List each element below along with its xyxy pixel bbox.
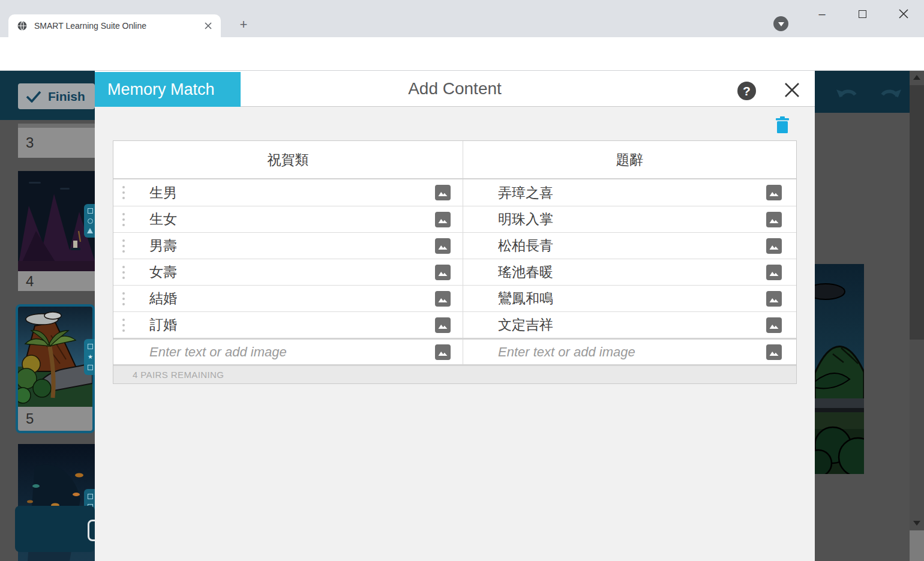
window-close-button[interactable] [895, 5, 913, 23]
scrollbar-thumb[interactable] [910, 85, 924, 340]
slide-thumbnail-4[interactable]: 4 [18, 171, 95, 291]
add-image-button[interactable] [766, 317, 782, 333]
scroll-up-icon[interactable] [910, 72, 924, 83]
dialog-header: Memory Match Add Content ? [95, 71, 815, 107]
square-icon [88, 344, 93, 349]
add-image-button[interactable] [766, 265, 782, 280]
memory-match-tab[interactable]: Memory Match [95, 72, 241, 107]
slide-5-image [18, 307, 92, 407]
add-image-button[interactable] [435, 185, 451, 200]
table-rows: 生男 弄璋之喜 生女 明珠入掌 [113, 179, 796, 338]
pair-right-text[interactable]: 鸞鳳和鳴 [498, 289, 766, 308]
pairs-remaining-status: 4 PAIRS REMAINING [113, 364, 796, 383]
slide-number: 4 [18, 271, 95, 291]
pair-right-text[interactable]: 明珠入掌 [498, 210, 766, 229]
pair-right-cell: 松柏長青 [463, 233, 796, 259]
tab-close-icon[interactable] [203, 20, 214, 31]
add-image-button[interactable] [435, 238, 451, 254]
add-image-button[interactable] [435, 317, 451, 333]
image-icon [435, 238, 451, 254]
pair-right-text[interactable]: 文定吉祥 [498, 316, 766, 334]
image-icon [766, 238, 782, 254]
table-row: 男壽 松柏長青 [113, 232, 796, 259]
pair-left-cell: 生女 [113, 206, 463, 232]
pair-right-cell: 明珠入掌 [463, 206, 796, 232]
add-image-button[interactable] [766, 212, 782, 227]
drag-handle-icon[interactable] [122, 239, 125, 253]
star-icon: ★ [88, 354, 93, 360]
page-scrollbar[interactable] [910, 71, 924, 561]
window-minimize-button[interactable]: – [813, 5, 831, 23]
add-image-button[interactable] [435, 212, 451, 227]
slide-thumbnail-5-selected[interactable]: 5 [16, 304, 95, 433]
window-maximize-button[interactable] [853, 5, 871, 23]
column-header-left[interactable]: 祝賀類 [113, 141, 463, 178]
trash-icon [776, 116, 789, 133]
pair-right-text[interactable]: 瑤池春暖 [498, 263, 766, 281]
slide-number: 3 [18, 128, 95, 158]
dialog-body: 祝賀類 題辭 生男 弄璋之喜 生女 [95, 107, 815, 560]
pair-left-cell: 生男 [113, 179, 463, 206]
square-icon [88, 365, 93, 370]
add-image-button[interactable] [766, 238, 782, 254]
new-pair-left-cell[interactable]: Enter text or add image [113, 340, 463, 364]
right-placeholder[interactable]: Enter text or add image [498, 344, 766, 360]
delete-trash-button[interactable] [776, 116, 789, 133]
image-icon [435, 291, 451, 307]
drag-handle-icon[interactable] [122, 186, 125, 199]
scroll-down-icon[interactable] [910, 518, 924, 529]
globe-favicon-icon [17, 20, 28, 31]
table-row: 生女 明珠入掌 [113, 206, 796, 232]
pair-right-cell: 文定吉祥 [463, 312, 796, 338]
pair-right-cell: 鸞鳳和鳴 [463, 286, 796, 311]
canvas-artwork-fragment [815, 264, 864, 474]
finish-button[interactable]: Finish [18, 83, 95, 109]
pair-left-cell: 女壽 [113, 259, 463, 285]
slide-thumbnail-3[interactable]: 3 [18, 124, 95, 158]
tab-title: SMART Learning Suite Online [34, 21, 203, 31]
pairs-table: 祝賀類 題辭 生男 弄璋之喜 生女 [113, 140, 797, 384]
new-pair-right-cell[interactable]: Enter text or add image [463, 340, 796, 364]
add-image-button[interactable] [435, 291, 451, 307]
pair-right-text[interactable]: 松柏長青 [498, 236, 766, 255]
add-image-button[interactable] [435, 265, 451, 280]
add-image-button[interactable] [766, 291, 782, 307]
redo-icon[interactable] [879, 85, 902, 100]
column-header-right[interactable]: 題辭 [463, 141, 796, 178]
image-icon [766, 344, 782, 360]
image-icon [435, 185, 451, 200]
pair-left-text[interactable]: 結婚 [149, 289, 435, 308]
new-tab-button[interactable]: + [235, 16, 252, 33]
square-icon [88, 494, 93, 499]
image-icon [435, 265, 451, 280]
slide-4-image [18, 171, 95, 271]
drag-handle-icon[interactable] [122, 213, 125, 226]
drag-handle-icon[interactable] [122, 292, 125, 305]
pair-right-text[interactable]: 弄璋之喜 [498, 184, 766, 202]
browser-tab[interactable]: SMART Learning Suite Online [8, 14, 221, 37]
slide-5-activity-badge: ★ [84, 339, 95, 375]
add-content-dialog: Memory Match Add Content ? 祝賀類 題辭 [95, 71, 815, 561]
pair-left-text[interactable]: 生女 [149, 210, 435, 229]
pair-left-text[interactable]: 生男 [149, 184, 435, 202]
drag-handle-icon[interactable] [122, 319, 125, 332]
pair-left-text[interactable]: 男壽 [149, 236, 435, 255]
pair-left-text[interactable]: 女壽 [149, 263, 435, 281]
help-button[interactable]: ? [737, 82, 756, 100]
tab-search-button[interactable] [773, 16, 788, 31]
pair-right-cell: 弄璋之喜 [463, 179, 796, 206]
circle-icon [88, 218, 93, 224]
drag-handle-icon[interactable] [122, 266, 125, 279]
slide-4-activity-badge [84, 204, 95, 238]
slide-number: 5 [18, 407, 92, 431]
undo-icon[interactable] [836, 85, 859, 100]
pair-left-text[interactable]: 訂婚 [149, 316, 435, 334]
image-icon [435, 212, 451, 227]
dialog-close-button[interactable] [782, 80, 802, 100]
check-icon [26, 91, 41, 103]
add-image-button[interactable] [435, 344, 451, 360]
add-image-button[interactable] [766, 185, 782, 200]
left-placeholder[interactable]: Enter text or add image [149, 344, 435, 360]
add-image-button[interactable] [766, 344, 782, 360]
image-icon [766, 291, 782, 307]
